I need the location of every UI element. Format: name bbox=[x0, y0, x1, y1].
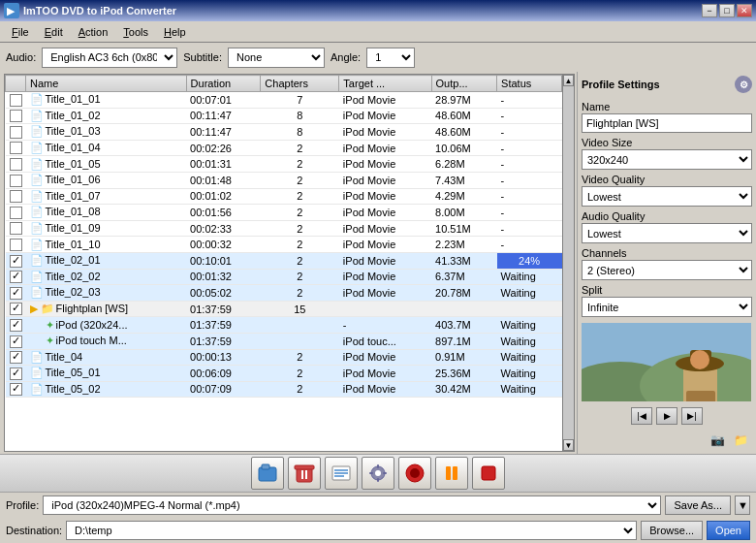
profile-value-select[interactable]: iPod (320x240)MPEG-4 Normal (*.mp4) bbox=[43, 495, 661, 515]
svg-rect-26 bbox=[383, 472, 387, 474]
row-target: iPod Movie bbox=[339, 140, 431, 156]
save-as-button[interactable]: Save As... bbox=[665, 495, 731, 515]
row-status: - bbox=[497, 237, 562, 253]
prev-frame-button[interactable]: |◀ bbox=[631, 407, 652, 425]
row-chapters: 2 bbox=[261, 252, 339, 269]
open-button[interactable]: Open bbox=[707, 521, 750, 540]
video-size-select[interactable]: 320x240 bbox=[582, 149, 752, 170]
app-icon: ▶ bbox=[4, 3, 19, 18]
remove-button[interactable] bbox=[288, 457, 321, 490]
row-checkbox-cell bbox=[6, 317, 26, 334]
col-output[interactable]: Outp... bbox=[431, 76, 497, 92]
row-checkbox[interactable] bbox=[10, 383, 22, 396]
scrollbar[interactable]: ▲ ▼ bbox=[562, 75, 574, 451]
convert-button[interactable] bbox=[398, 457, 431, 490]
row-chapters: 2 bbox=[261, 381, 339, 398]
table-row: ✦iPod touch M...01:37:59iPod touc...897.… bbox=[6, 333, 562, 349]
table-scroll[interactable]: Name Duration Chapters Target ... Outp..… bbox=[5, 75, 562, 451]
row-chapters bbox=[261, 317, 339, 334]
name-input[interactable] bbox=[582, 113, 752, 133]
row-checkbox[interactable] bbox=[10, 367, 22, 380]
row-status: Waiting bbox=[497, 285, 562, 302]
row-checkbox[interactable] bbox=[10, 287, 22, 300]
row-checkbox[interactable] bbox=[10, 158, 22, 171]
browse-button[interactable]: Browse... bbox=[641, 521, 703, 540]
row-status: Waiting bbox=[497, 381, 562, 398]
video-size-label: Video Size bbox=[582, 137, 752, 148]
next-frame-button[interactable]: ▶| bbox=[681, 407, 703, 425]
open-dvd-button[interactable] bbox=[251, 457, 284, 490]
row-checkbox-cell bbox=[6, 156, 26, 173]
row-checkbox[interactable] bbox=[10, 255, 22, 268]
row-target: iPod Movie bbox=[339, 124, 431, 141]
col-target[interactable]: Target ... bbox=[339, 76, 431, 92]
row-name: ✦iPod (320x24... bbox=[26, 317, 187, 334]
row-checkbox[interactable] bbox=[10, 190, 22, 203]
row-checkbox[interactable] bbox=[10, 110, 22, 122]
row-output: 10.51M bbox=[431, 220, 497, 237]
row-duration: 00:07:01 bbox=[186, 92, 261, 109]
video-quality-select[interactable]: Lowest bbox=[582, 186, 752, 207]
channels-select[interactable]: 2 (Stereo) bbox=[582, 260, 752, 280]
minimize-button[interactable]: − bbox=[702, 4, 717, 17]
row-chapters: 7 bbox=[261, 92, 339, 109]
row-checkbox[interactable] bbox=[10, 175, 22, 187]
row-checkbox[interactable] bbox=[10, 335, 22, 348]
menu-action[interactable]: Action bbox=[71, 24, 116, 40]
row-duration: 00:00:32 bbox=[186, 237, 261, 253]
row-checkbox-cell bbox=[6, 205, 26, 221]
scroll-up[interactable]: ▲ bbox=[563, 75, 574, 86]
audio-select[interactable]: English AC3 6ch (0x80) bbox=[42, 48, 177, 68]
menu-tools[interactable]: Tools bbox=[115, 24, 156, 40]
row-target bbox=[339, 301, 431, 317]
row-chapters: 2 bbox=[261, 237, 339, 253]
row-chapters: 2 bbox=[261, 156, 339, 173]
row-checkbox[interactable] bbox=[10, 319, 22, 332]
scroll-down[interactable]: ▼ bbox=[563, 439, 574, 451]
row-chapters: 2 bbox=[261, 205, 339, 221]
video-quality-label: Video Quality bbox=[582, 174, 752, 185]
gear-icon[interactable]: ⚙ bbox=[735, 76, 752, 93]
table-row: 📄Title_02_0200:01:322iPod Movie6.37MWait… bbox=[6, 269, 562, 285]
menu-file[interactable]: File bbox=[4, 24, 37, 40]
row-checkbox[interactable] bbox=[10, 207, 22, 219]
subtitle-select[interactable]: None bbox=[228, 48, 325, 68]
window-controls: − □ ✕ bbox=[702, 4, 752, 17]
pause-button[interactable] bbox=[435, 457, 468, 490]
split-select[interactable]: Infinite bbox=[582, 297, 752, 317]
svg-point-28 bbox=[410, 468, 420, 478]
row-checkbox[interactable] bbox=[10, 222, 22, 235]
camera-icon[interactable]: 📷 bbox=[708, 432, 727, 448]
config-button[interactable] bbox=[362, 457, 394, 490]
list-button[interactable] bbox=[325, 457, 358, 490]
maximize-button[interactable]: □ bbox=[719, 4, 735, 17]
row-checkbox[interactable] bbox=[10, 271, 22, 283]
stop-button[interactable] bbox=[472, 457, 505, 490]
col-chapters[interactable]: Chapters bbox=[261, 76, 339, 92]
row-checkbox[interactable] bbox=[10, 351, 22, 364]
row-checkbox[interactable] bbox=[10, 94, 22, 107]
col-duration[interactable]: Duration bbox=[186, 76, 261, 92]
row-checkbox[interactable] bbox=[10, 303, 22, 315]
profile-arrow-button[interactable]: ▼ bbox=[735, 495, 750, 515]
col-name[interactable]: Name bbox=[26, 76, 187, 92]
row-chapters: 2 bbox=[261, 220, 339, 237]
close-button[interactable]: ✕ bbox=[737, 4, 752, 17]
audio-quality-select[interactable]: Lowest bbox=[582, 223, 752, 243]
angle-select[interactable]: 1 bbox=[366, 48, 415, 68]
row-checkbox[interactable] bbox=[10, 142, 22, 154]
row-status: - bbox=[497, 220, 562, 237]
split-label: Split bbox=[582, 284, 752, 296]
row-duration: 00:10:01 bbox=[186, 252, 261, 269]
bottom-profile-row: Profile: iPod (320x240)MPEG-4 Normal (*.… bbox=[0, 493, 756, 518]
row-checkbox[interactable] bbox=[10, 239, 22, 251]
menu-edit[interactable]: Edit bbox=[37, 24, 71, 40]
row-checkbox[interactable] bbox=[10, 126, 22, 139]
play-button[interactable]: ▶ bbox=[656, 407, 677, 425]
dest-value-select[interactable]: D:\temp bbox=[66, 521, 637, 540]
row-status bbox=[497, 301, 562, 317]
folder-icon[interactable]: 📁 bbox=[731, 432, 750, 448]
col-status[interactable]: Status bbox=[497, 76, 562, 92]
svg-rect-29 bbox=[446, 466, 451, 480]
menu-help[interactable]: Help bbox=[156, 24, 194, 40]
